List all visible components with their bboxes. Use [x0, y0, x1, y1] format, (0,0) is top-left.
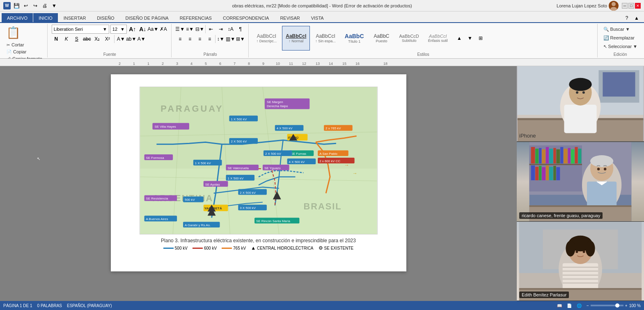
style-titulo1[interactable]: AaBbC Título 1 — [341, 26, 368, 51]
change-case-button[interactable]: Aa▼ — [149, 25, 158, 34]
map-image: PARAGUAY ARGENTINA BRASIL SE Villa Hayes… — [140, 87, 378, 234]
minimize-button[interactable]: ─ — [622, 3, 628, 9]
customize-qat-button[interactable]: ▼ — [50, 2, 58, 10]
word-count: 0 PALABRAS — [37, 303, 62, 308]
read-view-button[interactable]: 📖 — [555, 303, 564, 308]
text-color-button[interactable]: A▼ — [117, 34, 126, 44]
strikethrough-button[interactable]: abc — [83, 34, 92, 44]
svg-text:Derecha Itaipú: Derecha Itaipú — [266, 104, 288, 108]
svg-text:1 X 500 kV: 1 X 500 kV — [231, 117, 247, 121]
font-shrink-button[interactable]: A↓ — [138, 25, 147, 34]
font-size-input[interactable]: 12 ▼ — [110, 25, 127, 34]
zoom-slider[interactable] — [591, 305, 623, 306]
sort-button[interactable]: ↕A — [226, 25, 235, 34]
svg-point-114 — [597, 168, 600, 170]
bold-button[interactable]: N — [52, 34, 61, 44]
main-area: ↖ — [0, 66, 644, 301]
svg-rect-92 — [549, 149, 553, 163]
tab-inicio[interactable]: INICIO — [33, 13, 58, 22]
clear-format-button[interactable]: ✗A — [159, 25, 168, 34]
tab-insertar[interactable]: INSERTAR — [58, 13, 92, 22]
fuente-group: Liberation Seri ▼ 12 ▼ A↑ A↓ Aa▼ ✗A N K … — [48, 24, 172, 57]
style-normal[interactable]: AaBbCcI ↑ Normal — [282, 26, 310, 51]
svg-rect-117 — [529, 205, 632, 207]
font-name-dropdown[interactable]: Liberation Seri ▼ — [52, 25, 109, 34]
replace-button[interactable]: 🔄 Reemplazar — [602, 34, 636, 41]
user-name: Lorena Lujan Lopez Soto — [557, 1, 619, 11]
close-button[interactable]: ✕ — [635, 3, 641, 9]
decrease-indent-button[interactable]: ⇤ — [206, 25, 215, 34]
tab-archivo[interactable]: ARCHIVO — [2, 13, 33, 22]
align-left-button[interactable]: ≡ — [176, 34, 185, 44]
show-formatting-button[interactable]: ¶ — [236, 25, 245, 34]
tab-diseno[interactable]: DISEÑO — [92, 13, 119, 22]
select-button[interactable]: ↖ Seleccionar ▼ — [602, 43, 639, 50]
svg-rect-107 — [549, 167, 553, 180]
tab-revisar[interactable]: REVISAR — [275, 13, 305, 22]
style-subtitulo[interactable]: AaBbCcD Subtítulo — [396, 26, 423, 51]
print-view-button[interactable]: 📄 — [565, 303, 573, 308]
print-button[interactable]: 🖨 — [41, 2, 49, 10]
subscript-button[interactable]: X₂ — [93, 34, 102, 44]
svg-rect-88 — [535, 149, 539, 163]
copy-button[interactable]: 📄 Copiar — [5, 48, 44, 55]
find-button[interactable]: 🔍 Buscar ▼ — [602, 26, 632, 33]
svg-text:BRASIL: BRASIL — [303, 201, 341, 211]
svg-rect-75 — [603, 72, 635, 96]
zoom-out-button[interactable]: − — [587, 303, 589, 308]
svg-rect-97 — [568, 148, 571, 163]
align-center-button[interactable]: ≡ — [186, 34, 195, 44]
save-button[interactable]: 💾 — [12, 2, 21, 10]
help-button[interactable]: ? — [623, 14, 631, 22]
font-color-button[interactable]: A▼ — [137, 34, 146, 44]
svg-text:YACYRETÁ: YACYRETÁ — [204, 207, 222, 210]
font-grow-button[interactable]: A↑ — [128, 25, 137, 34]
superscript-button[interactable]: X² — [103, 34, 112, 44]
bullets-button[interactable]: ☰▼ — [176, 25, 185, 34]
maximize-button[interactable]: □ — [628, 3, 634, 9]
portapapeles-group: 📋 ✂ Cortar 📄 Copiar 🖌 Copiar formato Por… — [2, 24, 48, 57]
svg-rect-101 — [529, 164, 582, 165]
edith-label: Edith Benítez Parlasur — [519, 292, 569, 298]
styles-scroll-up[interactable]: ▲ — [455, 34, 464, 43]
tab-correspondencia[interactable]: CORRESPONDENCIA — [218, 13, 274, 22]
svg-text:SE Villa Hayes: SE Villa Hayes — [154, 125, 176, 129]
legend-600kv-label: 600 kV — [204, 246, 217, 250]
undo-button[interactable]: ↩ — [22, 2, 30, 10]
tab-referencias[interactable]: REFERENCIAS — [174, 13, 217, 22]
svg-point-82 — [576, 91, 578, 94]
multilevel-button[interactable]: ⊟▼ — [195, 25, 204, 34]
ribbon-collapse-button[interactable]: ▲ — [633, 14, 641, 22]
underline-button[interactable]: S — [72, 34, 81, 44]
numbering-button[interactable]: ≡▼ — [186, 25, 195, 34]
italic-button[interactable]: K — [62, 34, 71, 44]
web-view-button[interactable]: 🌐 — [575, 303, 583, 308]
paste-button[interactable]: 📋 — [5, 25, 22, 41]
svg-text:1 X 500 kV: 1 X 500 kV — [195, 161, 211, 165]
svg-rect-96 — [564, 149, 568, 163]
shading-button[interactable]: ▥▼ — [226, 34, 235, 44]
svg-text:1 X 500 kV: 1 X 500 kV — [227, 177, 244, 180]
redo-button[interactable]: ↪ — [31, 2, 39, 10]
increase-indent-button[interactable]: ⇥ — [216, 25, 225, 34]
highlight-button[interactable]: ab▼ — [127, 34, 136, 44]
style-sin-espaciado[interactable]: AaBbCcI ↑ Sin espa... — [312, 26, 339, 51]
justify-button[interactable]: ≡ — [205, 34, 214, 44]
tab-diseno-pagina[interactable]: DISEÑO DE PÁGINA — [120, 13, 174, 22]
zoom-in-button[interactable]: + — [625, 303, 628, 308]
borders-button[interactable]: ⊞▼ — [236, 34, 245, 44]
iphone-label: iPhone — [519, 133, 536, 139]
svg-rect-94 — [556, 149, 560, 163]
svg-text:SE Yguazú: SE Yguazú — [264, 166, 280, 170]
style-enfasis-sutil[interactable]: AaBbCcI Énfasis sutil — [424, 26, 451, 51]
cut-button[interactable]: ✂ Cortar — [5, 41, 44, 48]
align-right-button[interactable]: ≡ — [195, 34, 204, 44]
line-spacing-button[interactable]: ↕▼ — [216, 34, 225, 44]
styles-scroll-down[interactable]: ▼ — [465, 34, 474, 43]
style-descripcion[interactable]: AaBbCcI ↑ Descripc... — [253, 26, 281, 51]
style-puesto[interactable]: AaBbC Puesto — [369, 26, 394, 51]
svg-rect-102 — [531, 165, 535, 180]
svg-point-130 — [566, 241, 575, 257]
styles-expand[interactable]: ⊞ — [476, 34, 485, 43]
tab-vista[interactable]: VISTA — [306, 13, 329, 22]
